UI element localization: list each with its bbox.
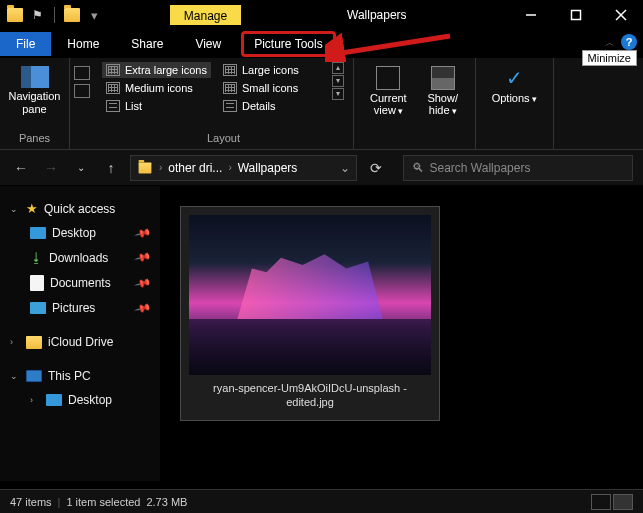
view-controls-group: Current view Show/ hide	[354, 58, 476, 149]
grid-icon	[106, 64, 120, 76]
search-input[interactable]: 🔍︎ Search Wallpapers	[403, 155, 634, 181]
search-icon: 🔍︎	[412, 161, 424, 175]
navigation-pane-icon	[21, 66, 49, 88]
file-name-label: ryan-spencer-Um9AkOiIDcU-unsplash - edit…	[189, 375, 431, 412]
navigation-pane: ⌄ ★ Quick access Desktop 📌 ⭳ Downloads 📌…	[0, 186, 160, 481]
layout-details[interactable]: Details	[219, 98, 328, 114]
pin-icon[interactable]: ⚑	[28, 6, 46, 24]
minimize-tooltip: Minimize	[582, 50, 637, 66]
panes-extra	[70, 58, 94, 149]
grid-icon	[223, 64, 237, 76]
pc-icon	[26, 370, 42, 382]
scroll-down-icon[interactable]: ▾	[332, 75, 344, 87]
file-list[interactable]: ryan-spencer-Um9AkOiIDcU-unsplash - edit…	[160, 186, 643, 481]
svg-rect-1	[571, 11, 580, 20]
separator	[54, 7, 55, 23]
thumbnails-view-button[interactable]	[613, 494, 633, 510]
check-icon: ✓	[502, 66, 526, 90]
chevron-right-icon[interactable]: ›	[228, 162, 231, 173]
sidebar-item-icloud[interactable]: › iCloud Drive	[6, 330, 154, 354]
status-size: 2.73 MB	[146, 496, 187, 508]
chevron-down-icon[interactable]: ⌄	[10, 204, 20, 214]
chevron-right-icon[interactable]: ›	[10, 337, 20, 347]
search-placeholder: Search Wallpapers	[430, 161, 531, 175]
back-button[interactable]: ←	[10, 157, 32, 179]
sidebar-item-downloads[interactable]: ⭳ Downloads 📌	[6, 245, 154, 270]
layout-more-icon[interactable]: ▾	[332, 88, 344, 100]
current-view-icon	[376, 66, 400, 90]
titlebar: ⚑ ▾ Manage Wallpapers	[0, 0, 643, 30]
status-selected-count: 1 item selected	[66, 496, 140, 508]
manage-tab[interactable]: Manage	[170, 5, 241, 25]
chevron-right-icon[interactable]: ›	[30, 395, 40, 405]
status-item-count: 47 items	[10, 496, 52, 508]
details-pane-icon[interactable]	[74, 84, 90, 98]
file-thumbnail[interactable]: ryan-spencer-Um9AkOiIDcU-unsplash - edit…	[180, 206, 440, 421]
options-button[interactable]: ✓ Options	[484, 62, 545, 104]
picture-tools-tab[interactable]: Picture Tools	[241, 31, 335, 57]
sidebar-item-desktop[interactable]: Desktop 📌	[6, 221, 154, 245]
pin-icon: 📌	[134, 248, 153, 266]
layout-scroll: ▴ ▾ ▾	[332, 62, 344, 114]
panes-group-label: Panes	[8, 132, 61, 147]
separator: |	[58, 496, 61, 508]
grid-icon	[223, 82, 237, 94]
layout-large-icons[interactable]: Large icons	[219, 62, 328, 78]
folder-icon[interactable]	[63, 6, 81, 24]
ribbon: Navigation pane Panes Extra large icons …	[0, 58, 643, 150]
document-icon	[30, 275, 44, 291]
breadcrumb-segment[interactable]: other dri...	[168, 161, 222, 175]
sidebar-item-desktop-pc[interactable]: › Desktop	[6, 388, 154, 412]
view-tab[interactable]: View	[179, 32, 237, 56]
navigation-bar: ← → ⌄ ↑ › other dri... › Wallpapers ⌄ ⟳ …	[0, 150, 643, 186]
close-button[interactable]	[598, 0, 643, 30]
thumbnail-image	[189, 215, 431, 375]
download-icon: ⭳	[30, 250, 43, 265]
file-tab[interactable]: File	[0, 32, 51, 56]
details-view-button[interactable]	[591, 494, 611, 510]
layout-small-icons[interactable]: Small icons	[219, 80, 328, 96]
sidebar-item-documents[interactable]: Documents 📌	[6, 270, 154, 296]
sidebar-item-this-pc[interactable]: ⌄ This PC	[6, 364, 154, 388]
list-icon	[223, 100, 237, 112]
maximize-button[interactable]	[553, 0, 598, 30]
window-controls	[508, 0, 643, 30]
layout-group-label: Layout	[102, 132, 345, 147]
panes-group: Navigation pane Panes	[0, 58, 70, 149]
address-dropdown-icon[interactable]: ⌄	[340, 161, 350, 175]
up-button[interactable]: ↑	[100, 157, 122, 179]
chevron-down-icon[interactable]: ⌄	[10, 371, 20, 381]
pin-icon: 📌	[134, 224, 153, 242]
layout-medium-icons[interactable]: Medium icons	[102, 80, 211, 96]
desktop-icon	[46, 394, 62, 406]
address-bar[interactable]: › other dri... › Wallpapers ⌄	[130, 155, 357, 181]
layout-list[interactable]: List	[102, 98, 211, 114]
forward-button[interactable]: →	[40, 157, 62, 179]
ribbon-tabs: File Home Share View Picture Tools ︿ ?	[0, 30, 643, 58]
layout-group: Extra large icons Large icons Medium ico…	[94, 58, 354, 149]
home-tab[interactable]: Home	[51, 32, 115, 56]
recent-locations-icon[interactable]: ⌄	[70, 157, 92, 179]
navigation-pane-label: Navigation pane	[9, 90, 61, 116]
collapse-ribbon-icon[interactable]: ︿	[605, 36, 615, 50]
customize-qat-icon[interactable]: ▾	[85, 6, 103, 24]
pin-icon: 📌	[134, 274, 153, 292]
chevron-right-icon[interactable]: ›	[159, 162, 162, 173]
preview-pane-icon[interactable]	[74, 66, 90, 80]
scroll-up-icon[interactable]: ▴	[332, 62, 344, 74]
folder-icon	[6, 6, 24, 24]
navigation-pane-button[interactable]: Navigation pane	[8, 62, 61, 116]
share-tab[interactable]: Share	[115, 32, 179, 56]
help-icon[interactable]: ?	[621, 34, 637, 50]
sidebar-item-quick-access[interactable]: ⌄ ★ Quick access	[6, 196, 154, 221]
layout-extra-large-icons[interactable]: Extra large icons	[102, 62, 211, 78]
refresh-button[interactable]: ⟳	[365, 157, 387, 179]
minimize-button[interactable]	[508, 0, 553, 30]
sidebar-item-pictures[interactable]: Pictures 📌	[6, 296, 154, 320]
star-icon: ★	[26, 201, 38, 216]
show-hide-button[interactable]: Show/ hide	[419, 62, 467, 147]
grid-icon	[106, 82, 120, 94]
pictures-icon	[30, 302, 46, 314]
breadcrumb-segment[interactable]: Wallpapers	[238, 161, 298, 175]
current-view-button[interactable]: Current view	[362, 62, 415, 147]
